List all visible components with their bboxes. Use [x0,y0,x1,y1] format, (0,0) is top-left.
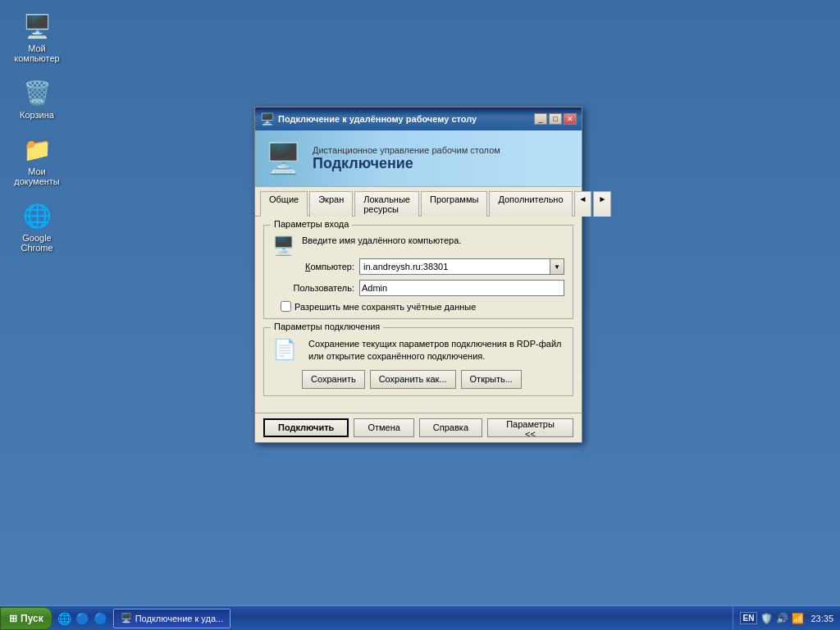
taskbar-items: 🖥️ Подключение к уда... [113,609,733,628]
computer-field-row: Компьютер: ▼ [272,258,564,275]
desktop-icons: 🖥️ Мой компьютер 🗑️ Корзина 📁 Моидокумен… [8,8,66,256]
conn-params-icon-row: 📄 Сохранение текущих параметров подключе… [272,338,564,363]
save-button[interactable]: Сохранить [302,370,365,389]
taskbar-rdp-icon: 🖥️ [121,613,132,623]
my-computer-label: Мой компьютер [11,43,62,63]
my-computer-icon: 🖥️ [22,11,52,41]
system-tray: EN 🛡️ 🔊 📶 23:35 [733,606,840,630]
google-chrome-label: Google Chrome [11,233,62,253]
dialog-header-subtitle: Дистанционное управление рабочим столом [313,145,500,155]
user-input[interactable] [359,280,564,296]
dialog-header: 🖥️ Дистанционное управление рабочим стол… [255,130,582,187]
desktop-icon-my-computer[interactable]: 🖥️ Мой компьютер [8,8,66,66]
dialog-title-text: Подключение к удалённому рабочему столу [278,114,529,124]
tab-screen[interactable]: Экран [309,191,353,217]
login-group-icon: 🖥️ [272,235,295,258]
cancel-button[interactable]: Отмена [354,418,413,437]
recycle-bin-label: Корзина [20,110,54,120]
computer-dropdown: ▼ [359,258,564,275]
dialog-header-title: Подключение [313,155,500,172]
taskbar-rdp-label: Подключение к уда... [135,614,224,623]
tab-general[interactable]: Общие [260,191,308,217]
dialog-title-icon: 🖥️ [260,112,273,126]
desktop: 🖥️ Мой компьютер 🗑️ Корзина 📁 Моидокумен… [0,0,840,630]
save-credentials-row: Разрешить мне сохранять учётные данные [272,301,564,312]
params-button[interactable]: Параметры << [487,418,573,437]
dialog-tabs: Общие Экран Локальные ресурсы Программы … [255,187,582,217]
conn-params-buttons: Сохранить Сохранить как... Открыть... [272,370,564,389]
tab-scroll-left[interactable]: ◄ [574,191,592,217]
open-button[interactable]: Открыть... [461,370,522,389]
dialog-header-text: Дистанционное управление рабочим столом … [313,145,500,172]
minimize-button[interactable]: _ [534,113,547,125]
taskbar-quick-launch: 🌐 🔵 🔵 [57,610,109,627]
login-group: Параметры входа 🖥️ Введите имя удалённог… [263,225,573,319]
desktop-icon-my-documents[interactable]: 📁 Моидокументы [8,131,66,189]
taskbar: ⊞ Пуск 🌐 🔵 🔵 🖥️ Подключение к уда... EN … [0,605,840,630]
my-documents-icon: 📁 [22,135,52,164]
computer-label-text: Компьютер: [305,262,354,272]
start-button[interactable]: ⊞ Пуск [0,607,52,630]
start-windows-icon: ⊞ [9,613,17,624]
rdp-dialog: 🖥️ Подключение к удалённому рабочему сто… [254,107,582,443]
recycle-bin-icon: 🗑️ [22,78,52,107]
tray-clock: 23:35 [810,614,833,623]
start-label: Пуск [21,613,43,624]
maximize-button[interactable]: □ [549,113,562,125]
tray-security-icon[interactable]: 🛡️ [760,613,773,624]
computer-label: Компьютер: [272,262,354,272]
dialog-footer: Подключить Отмена Справка Параметры << [255,413,582,442]
lang-indicator[interactable]: EN [740,612,758,624]
user-field-row: Пользователь: [272,280,564,296]
dialog-titlebar: 🖥️ Подключение к удалённому рабочему сто… [255,107,582,130]
save-as-button[interactable]: Сохранить как... [370,370,456,389]
login-group-inner: 🖥️ Введите имя удалённого компьютера. Ко… [272,235,564,312]
tray-volume-icon[interactable]: 📶 [792,613,804,624]
login-desc: Введите имя удалённого компьютера. [302,235,461,245]
taskbar-rdp-item[interactable]: 🖥️ Подключение к уда... [113,609,231,628]
google-chrome-icon: 🌐 [22,201,52,231]
user-label: Пользователь: [272,283,354,293]
close-button[interactable]: ✕ [564,113,577,125]
dialog-header-icon: 🖥️ [263,139,303,178]
login-icon-row: 🖥️ Введите имя удалённого компьютера. [272,235,564,258]
tab-local-resources[interactable]: Локальные ресурсы [354,191,419,217]
dialog-content: Параметры входа 🖥️ Введите имя удалённог… [255,217,582,413]
tray-network-icon[interactable]: 🔊 [776,613,788,624]
conn-params-title: Параметры подключения [271,322,383,331]
connect-button[interactable]: Подключить [263,418,349,437]
save-credentials-checkbox[interactable] [281,301,291,312]
conn-params-icon: 📄 [272,338,297,361]
computer-input[interactable] [359,258,550,275]
desktop-icon-google-chrome[interactable]: 🌐 Google Chrome [8,198,66,256]
tab-additional[interactable]: Дополнительно [489,191,572,217]
taskbar-ie2-icon[interactable]: 🔵 [93,610,109,627]
my-documents-label: Моидокументы [14,167,60,186]
help-button[interactable]: Справка [419,418,482,437]
save-credentials-label: Разрешить мне сохранять учётные данные [294,302,476,312]
taskbar-chrome-icon[interactable]: 🔵 [75,610,91,627]
tab-scroll-right[interactable]: ► [593,191,611,217]
desktop-icon-recycle-bin[interactable]: 🗑️ Корзина [8,75,66,123]
login-group-title: Параметры входа [271,219,352,229]
dialog-controls: _ □ ✕ [534,113,577,125]
conn-params-group: Параметры подключения 📄 Сохранение текущ… [263,327,573,396]
tab-programs[interactable]: Программы [421,191,487,217]
computer-dropdown-btn[interactable]: ▼ [550,258,564,275]
taskbar-ie-icon[interactable]: 🌐 [57,610,73,627]
conn-params-desc: Сохранение текущих параметров подключени… [308,338,564,363]
